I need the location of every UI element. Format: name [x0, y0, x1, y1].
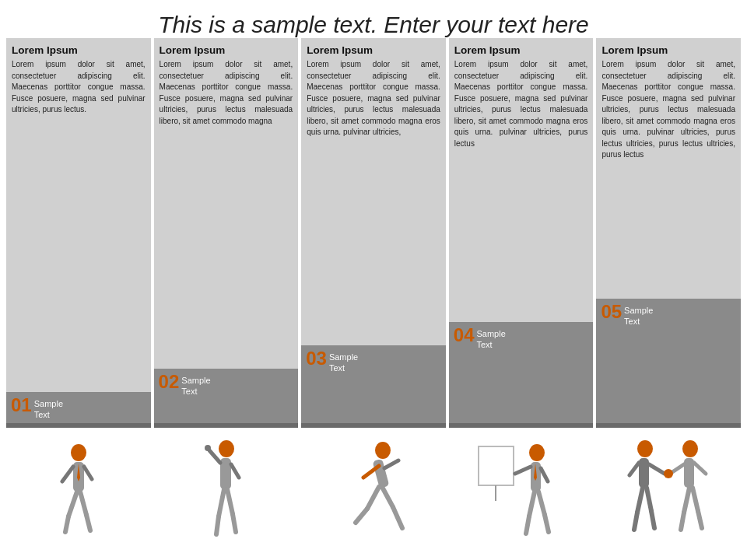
svg-point-45	[682, 440, 698, 457]
svg-line-16	[227, 489, 233, 514]
info-box-2: Lorem IpsumLorem ipsum dolor sit amet, c…	[154, 38, 299, 369]
block-header-3: 03SampleText	[301, 345, 446, 378]
svg-line-15	[216, 516, 219, 534]
figure-zone-3	[301, 423, 446, 540]
svg-line-8	[86, 515, 90, 530]
stair-block-1: 01SampleText	[6, 392, 151, 423]
step-number-1: 01	[11, 396, 32, 415]
svg-point-18	[375, 442, 391, 459]
svg-line-32	[541, 468, 548, 481]
figure-zone-4	[449, 423, 594, 540]
svg-line-7	[80, 492, 86, 515]
svg-point-28	[529, 444, 545, 461]
svg-line-44	[651, 511, 654, 528]
svg-line-14	[219, 489, 224, 516]
step-number-3: 03	[306, 349, 327, 368]
svg-line-36	[545, 515, 549, 532]
info-box-5: Lorem IpsumLorem ipsum dolor sit amet, c…	[596, 38, 741, 299]
step-col-1: Lorem IpsumLorem ipsum dolor sit amet, c…	[6, 38, 151, 540]
svg-line-51	[681, 513, 684, 530]
info-body-1: Lorem ipsum dolor sit amet, consectetuer…	[12, 59, 146, 116]
info-title-5: Lorem Ipsum	[601, 44, 735, 56]
svg-line-43	[647, 488, 651, 511]
info-title-2: Lorem Ipsum	[160, 44, 293, 56]
step-number-2: 02	[159, 373, 180, 391]
svg-line-34	[526, 516, 529, 534]
svg-line-52	[693, 488, 698, 511]
svg-point-9	[219, 440, 234, 457]
sample-label-3: SampleText	[329, 349, 358, 374]
svg-line-33	[529, 492, 535, 516]
block-header-2: 02SampleText	[154, 369, 299, 401]
svg-line-24	[382, 487, 393, 507]
svg-line-31	[515, 467, 531, 474]
svg-line-47	[694, 463, 706, 474]
svg-point-49	[664, 469, 673, 478]
svg-line-41	[637, 488, 643, 513]
info-title-1: Lorem Ipsum	[12, 44, 146, 56]
svg-line-40	[649, 464, 665, 474]
sample-label-1: SampleText	[34, 396, 63, 421]
svg-line-21	[384, 460, 398, 468]
svg-line-50	[684, 488, 689, 513]
figure-zone-2	[154, 423, 299, 540]
figure-zone-1	[6, 423, 151, 540]
svg-line-6	[65, 516, 68, 532]
step-col-3: Lorem IpsumLorem ipsum dolor sit amet, c…	[301, 38, 446, 540]
info-body-5: Lorem ipsum dolor sit amet, consectetuer…	[601, 59, 735, 161]
step-col-4: Lorem IpsumLorem ipsum dolor sit amet, c…	[449, 38, 594, 540]
step-number-4: 04	[454, 326, 475, 345]
svg-line-53	[698, 511, 702, 528]
svg-point-37	[637, 440, 653, 457]
info-body-3: Lorem ipsum dolor sit amet, consectetuer…	[307, 59, 440, 138]
info-box-1: Lorem IpsumLorem ipsum dolor sit amet, c…	[6, 38, 151, 392]
svg-line-23	[356, 509, 367, 523]
info-box-4: Lorem IpsumLorem ipsum dolor sit amet, c…	[449, 38, 594, 322]
svg-line-17	[233, 514, 236, 532]
block-header-5: 05SampleText	[596, 299, 741, 331]
svg-line-39	[630, 463, 639, 475]
svg-line-25	[393, 507, 402, 528]
block-header-1: 01SampleText	[6, 392, 151, 425]
svg-line-5	[68, 492, 77, 516]
figure-zone-5	[596, 423, 741, 540]
sample-label-4: SampleText	[476, 326, 505, 351]
info-body-2: Lorem ipsum dolor sit amet, consectetuer…	[160, 59, 293, 127]
svg-rect-26	[479, 446, 514, 485]
step-col-5: Lorem IpsumLorem ipsum dolor sit amet, c…	[596, 38, 741, 540]
info-title-3: Lorem Ipsum	[307, 44, 440, 56]
sample-label-5: SampleText	[624, 303, 653, 327]
svg-line-13	[231, 464, 239, 478]
stair-block-3: 03SampleText	[301, 345, 446, 423]
svg-line-4	[84, 467, 92, 479]
sample-label-2: SampleText	[181, 373, 210, 397]
stair-block-2: 02SampleText	[154, 369, 299, 423]
svg-line-35	[538, 492, 545, 515]
step-number-5: 05	[601, 303, 622, 321]
main-title: This is a sample text. Enter your text h…	[0, 0, 747, 38]
stair-block-4: 04SampleText	[449, 322, 594, 423]
stair-block-5: 05SampleText	[596, 299, 741, 423]
svg-point-12	[205, 445, 211, 451]
svg-line-22	[367, 487, 379, 509]
info-box-3: Lorem IpsumLorem ipsum dolor sit amet, c…	[301, 38, 446, 345]
svg-line-11	[209, 450, 220, 463]
svg-point-0	[71, 444, 86, 461]
svg-line-3	[62, 467, 73, 481]
block-header-4: 04SampleText	[449, 322, 594, 355]
svg-line-42	[634, 513, 637, 530]
step-col-2: Lorem IpsumLorem ipsum dolor sit amet, c…	[154, 38, 299, 540]
steps-area: Lorem IpsumLorem ipsum dolor sit amet, c…	[0, 38, 747, 540]
info-body-4: Lorem ipsum dolor sit amet, consectetuer…	[454, 59, 588, 149]
info-title-4: Lorem Ipsum	[454, 44, 588, 56]
svg-rect-19	[373, 459, 390, 488]
